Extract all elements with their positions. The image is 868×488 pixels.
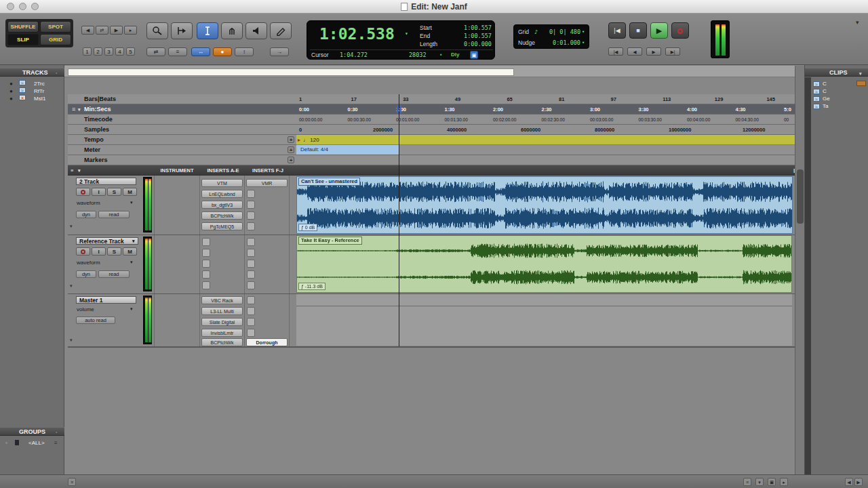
add-tempo-button[interactable] bbox=[288, 136, 294, 143]
ruler-label-markers[interactable]: Markers bbox=[68, 155, 296, 165]
record-enable-button[interactable] bbox=[76, 247, 90, 256]
ruler-bars-content[interactable]: 1173349658197113129145 bbox=[296, 94, 804, 104]
length-value[interactable]: 0:00.000 bbox=[447, 41, 492, 47]
tracks-panel-header[interactable]: TRACKS◦ bbox=[0, 68, 64, 77]
empty-insert-slot[interactable] bbox=[247, 260, 255, 268]
zoom-preset-1-button[interactable]: 1 bbox=[83, 47, 92, 56]
empty-insert-slot[interactable] bbox=[202, 249, 210, 257]
show-dot-icon[interactable]: ● bbox=[9, 95, 13, 102]
elastic-audio-button[interactable]: dyn bbox=[76, 211, 96, 218]
input-monitor-button[interactable]: I bbox=[92, 188, 106, 196]
empty-insert-slot[interactable] bbox=[247, 190, 255, 198]
record-button[interactable] bbox=[671, 22, 689, 39]
grid-value[interactable]: 0| 0| 480 bbox=[541, 28, 580, 35]
automation-mode-button[interactable]: read bbox=[98, 270, 130, 278]
rewind-button[interactable] bbox=[627, 47, 642, 56]
track-list-item[interactable]: ●RfTr bbox=[0, 87, 64, 95]
shuffle-mode-button[interactable]: SHUFFLE bbox=[7, 21, 39, 33]
window-grid-icon[interactable] bbox=[768, 478, 776, 486]
scrollbar-thumb[interactable] bbox=[797, 169, 804, 224]
track-expand-icon[interactable] bbox=[70, 224, 73, 229]
zoom-preset-3-button[interactable]: 3 bbox=[104, 47, 113, 56]
nudge-value[interactable]: 0:01.000 bbox=[541, 39, 580, 46]
grabber-tool-button[interactable] bbox=[221, 22, 243, 39]
empty-insert-slot[interactable] bbox=[247, 249, 255, 257]
clips-panel-menu-icon[interactable] bbox=[859, 69, 862, 78]
next-region-button[interactable] bbox=[270, 47, 289, 56]
ruler-label-timecode[interactable]: Timecode bbox=[68, 115, 296, 125]
selector-tool-button[interactable] bbox=[197, 22, 218, 39]
empty-insert-slot[interactable] bbox=[202, 270, 210, 279]
ruler-minsecs-content[interactable]: 0:000:301:001:302:002:303:003:304:004:30… bbox=[296, 104, 804, 115]
ruler-caret-icon[interactable] bbox=[78, 104, 81, 115]
empty-insert-slot[interactable] bbox=[247, 211, 255, 220]
trim-tool-button[interactable] bbox=[171, 22, 193, 39]
play-button[interactable] bbox=[650, 22, 668, 39]
slip-mode-button[interactable]: SLIP bbox=[7, 34, 39, 45]
clip-list-item[interactable]: C bbox=[813, 80, 868, 87]
zoom-vertical-button[interactable] bbox=[124, 26, 137, 35]
fast-forward-button[interactable] bbox=[646, 47, 661, 56]
empty-insert-slot[interactable] bbox=[247, 318, 255, 326]
track-name[interactable]: Reference Track bbox=[76, 237, 138, 245]
insert-slot[interactable]: VBC Rack bbox=[201, 296, 243, 304]
window-next-icon[interactable] bbox=[780, 478, 788, 486]
solo-button[interactable]: S bbox=[107, 188, 121, 196]
universe-focus-bar[interactable] bbox=[68, 68, 514, 76]
scroll-left-button[interactable] bbox=[845, 478, 853, 486]
ruler-label-bars[interactable]: Bars|Beats bbox=[68, 94, 296, 104]
clip-list-item[interactable]: C bbox=[813, 87, 868, 95]
elastic-audio-button[interactable]: dyn bbox=[76, 270, 96, 278]
playhead-cursor[interactable] bbox=[399, 94, 399, 346]
clip-gain-badge[interactable]: -11.3 dB bbox=[298, 283, 326, 290]
window-caret-icon[interactable] bbox=[755, 478, 764, 486]
clip-list-item[interactable]: Ge bbox=[813, 95, 868, 102]
empty-insert-slot[interactable] bbox=[247, 201, 255, 209]
nudge-caret-icon[interactable] bbox=[582, 40, 585, 45]
add-meter-button[interactable] bbox=[288, 146, 294, 153]
grid-mode-button[interactable]: GRID bbox=[40, 34, 71, 45]
insert-slot[interactable]: VTM bbox=[201, 179, 243, 187]
delay-compensation-badge[interactable]: Dly bbox=[451, 52, 459, 58]
stop-button[interactable] bbox=[629, 22, 647, 39]
zoom-out-horizontal-button[interactable] bbox=[81, 26, 94, 35]
track-list-item[interactable]: ●Mst1 bbox=[0, 95, 64, 102]
mute-indicator-badge[interactable] bbox=[470, 51, 478, 59]
toolbar-menu-caret-icon[interactable] bbox=[856, 19, 859, 26]
insert-slot[interactable]: L3-LL Multi bbox=[201, 307, 243, 315]
view-caret-icon[interactable] bbox=[130, 260, 133, 265]
empty-insert-slot[interactable] bbox=[247, 270, 255, 279]
zoom-preset-4-button[interactable]: 4 bbox=[115, 47, 124, 56]
empty-insert-slot[interactable] bbox=[202, 260, 210, 268]
close-window-button[interactable] bbox=[7, 3, 14, 10]
volume-automation-line[interactable] bbox=[296, 306, 792, 306]
clip-list-item[interactable]: Ta bbox=[813, 102, 868, 110]
solo-button[interactable]: S bbox=[107, 247, 121, 256]
note-icon[interactable] bbox=[534, 28, 538, 35]
insert-slot[interactable]: PgTcMEQ5 bbox=[201, 222, 243, 230]
return-to-zero-button[interactable] bbox=[608, 22, 626, 39]
start-value[interactable]: 1:00.557 bbox=[447, 24, 492, 31]
record-enable-button[interactable] bbox=[76, 188, 90, 196]
ruler-timecode-content[interactable]: 00:00:00.0000:00:30.0000:01:00.0000:01:3… bbox=[296, 115, 804, 125]
ruler-tempo-content[interactable]: 120 bbox=[296, 135, 804, 145]
main-counter-value[interactable]: 1:02.538 bbox=[319, 25, 395, 43]
tracks-panel-menu-icon[interactable]: ◦ bbox=[56, 68, 57, 77]
ruler-label-meter[interactable]: Meter bbox=[68, 145, 296, 155]
empty-insert-slot[interactable] bbox=[247, 222, 255, 230]
groups-panel-menu-icon[interactable]: ◦ bbox=[56, 428, 57, 436]
mute-button[interactable]: M bbox=[123, 247, 137, 256]
end-value[interactable]: 1:00.557 bbox=[447, 33, 492, 39]
clips-panel-header[interactable]: CLIPS bbox=[805, 68, 868, 77]
track-view-selector[interactable]: volume bbox=[77, 306, 94, 312]
edit-view-icon[interactable] bbox=[71, 165, 73, 176]
go-to-start-button[interactable] bbox=[608, 47, 623, 56]
tempo-marker[interactable]: 120 bbox=[303, 135, 319, 145]
scroll-right-button[interactable] bbox=[854, 478, 863, 486]
column-header-inserts-ae[interactable]: INSERTS A-E bbox=[201, 165, 245, 176]
group-options-icon[interactable] bbox=[54, 439, 58, 447]
clips-scrollbar[interactable] bbox=[805, 77, 811, 474]
tab-to-transient-button[interactable] bbox=[146, 47, 165, 56]
counter-caret-icon[interactable] bbox=[405, 30, 408, 37]
column-header-inserts-fj[interactable]: INSERTS F-J bbox=[245, 165, 290, 176]
